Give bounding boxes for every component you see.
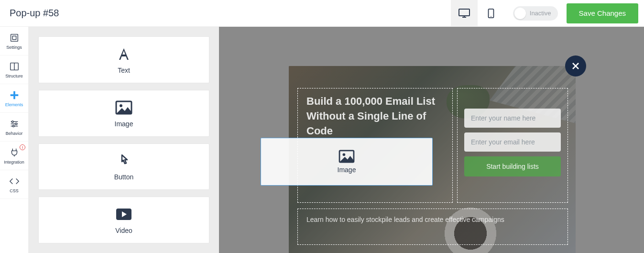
element-label: Image (115, 120, 133, 128)
mobile-icon (485, 9, 497, 18)
element-label: Text (118, 66, 130, 74)
alert-badge: ! (20, 144, 25, 150)
text-icon (115, 45, 132, 63)
plug-icon (9, 147, 20, 158)
svg-point-14 (11, 121, 13, 122)
sidebar-item-label: Structure (5, 74, 23, 78)
svg-point-18 (120, 104, 122, 107)
element-label: Button (114, 173, 133, 181)
save-button[interactable]: Save Changes (567, 3, 638, 23)
svg-point-24 (343, 153, 346, 156)
sidebar-item-elements[interactable]: Elements (0, 84, 28, 113)
svg-rect-2 (464, 16, 465, 17)
mobile-view-button[interactable] (478, 0, 504, 27)
image-icon (338, 150, 355, 163)
element-image[interactable]: Image (38, 90, 209, 137)
page-title: Pop-up #58 (10, 8, 59, 19)
svg-rect-10 (10, 94, 18, 96)
element-video[interactable]: Video (38, 197, 209, 243)
svg-rect-6 (12, 36, 16, 39)
sidebar-item-css[interactable]: CSS (0, 170, 28, 199)
elements-panel: Text Image Button Video (29, 27, 219, 253)
dragging-element-image[interactable]: Image (261, 138, 433, 186)
svg-point-15 (15, 123, 17, 125)
popup-subtext: Learn how to easily stockpile leads and … (306, 216, 504, 223)
element-label: Video (115, 227, 132, 234)
popup-close-button[interactable] (565, 55, 586, 77)
sidebar-item-settings[interactable]: Settings (0, 27, 28, 55)
element-text[interactable]: Text (38, 36, 209, 83)
name-input[interactable] (464, 109, 561, 128)
popup-headline: Build a 100,000 Email List Without a Sin… (306, 94, 444, 138)
active-toggle[interactable]: Inactive (513, 6, 558, 21)
sidebar: Settings Structure Elements Behavior ! I… (0, 27, 29, 253)
toggle-label: Inactive (530, 10, 551, 17)
popup-cta-button[interactable]: Start building lists (464, 156, 561, 176)
element-label: Image (338, 166, 356, 174)
video-icon (115, 206, 132, 223)
sidebar-item-label: Elements (5, 102, 23, 107)
svg-point-4 (491, 16, 491, 17)
sidebar-item-label: Integration (4, 160, 24, 165)
close-icon (571, 62, 580, 70)
sidebar-item-behavior[interactable]: Behavior (0, 113, 28, 142)
sidebar-item-label: Settings (6, 45, 22, 50)
image-icon (115, 99, 132, 116)
desktop-icon (458, 9, 470, 18)
header-actions: Inactive Save Changes (451, 0, 638, 27)
svg-rect-0 (459, 9, 469, 16)
structure-icon (9, 61, 20, 72)
behavior-icon (9, 119, 20, 129)
email-input[interactable] (464, 132, 561, 152)
popup-form-slot[interactable]: Start building lists (457, 88, 568, 203)
plus-icon (9, 90, 20, 100)
sidebar-item-structure[interactable]: Structure (0, 55, 28, 84)
sidebar-item-label: Behavior (6, 131, 23, 136)
sidebar-item-label: CSS (10, 188, 19, 193)
code-icon (9, 176, 20, 187)
desktop-view-button[interactable] (451, 0, 478, 27)
settings-icon (9, 33, 20, 43)
canvas[interactable]: Build a 100,000 Email List Without a Sin… (219, 27, 644, 253)
element-button[interactable]: Button (38, 143, 209, 190)
pointer-icon (115, 152, 132, 169)
sidebar-item-integration[interactable]: ! Integration (0, 142, 28, 170)
toggle-knob (514, 8, 526, 19)
popup-subtext-slot[interactable]: Learn how to easily stockpile leads and … (297, 209, 568, 245)
svg-point-16 (12, 125, 14, 127)
svg-rect-5 (11, 34, 18, 41)
